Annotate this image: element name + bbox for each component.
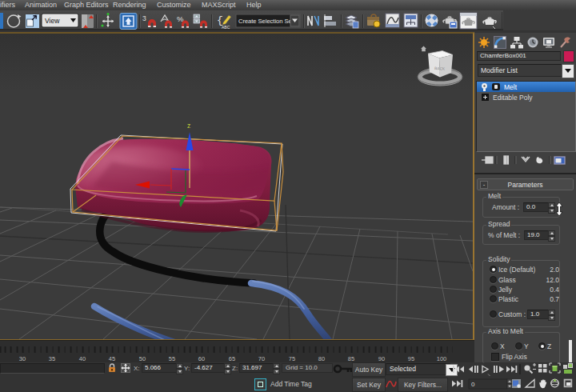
svg-text:View: View [45,17,60,25]
svg-text:z: z [187,122,190,130]
svg-text:Create Selection Se: Create Selection Se [238,18,292,25]
svg-text:BACK: BACK [434,66,446,71]
svg-text:3: 3 [142,14,146,22]
svg-text:0: 0 [471,381,475,388]
svg-text:ABC: ABC [222,25,230,30]
